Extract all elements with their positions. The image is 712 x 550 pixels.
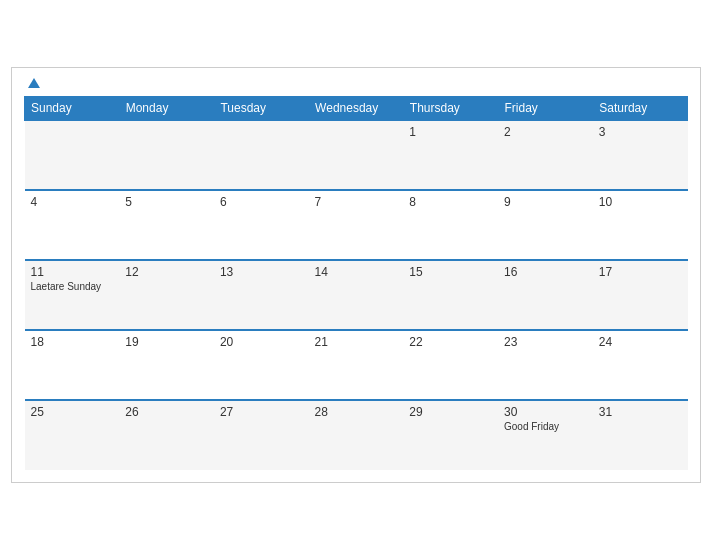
day-number: 11 bbox=[31, 265, 114, 279]
calendar-week-row: 45678910 bbox=[25, 190, 688, 260]
day-number: 9 bbox=[504, 195, 587, 209]
day-number: 29 bbox=[409, 405, 492, 419]
weekday-header: Monday bbox=[119, 97, 214, 121]
weekday-header: Saturday bbox=[593, 97, 688, 121]
calendar-week-row: 123 bbox=[25, 120, 688, 190]
day-number: 30 bbox=[504, 405, 587, 419]
day-number: 5 bbox=[125, 195, 208, 209]
calendar-cell: 13 bbox=[214, 260, 309, 330]
weekday-header: Wednesday bbox=[309, 97, 404, 121]
day-number: 21 bbox=[315, 335, 398, 349]
weekday-header: Tuesday bbox=[214, 97, 309, 121]
calendar-grid: SundayMondayTuesdayWednesdayThursdayFrid… bbox=[24, 96, 688, 470]
weekday-header: Friday bbox=[498, 97, 593, 121]
day-number: 17 bbox=[599, 265, 682, 279]
day-number: 7 bbox=[315, 195, 398, 209]
calendar-cell: 5 bbox=[119, 190, 214, 260]
calendar-cell: 16 bbox=[498, 260, 593, 330]
calendar-cell: 25 bbox=[25, 400, 120, 470]
calendar-cell: 22 bbox=[403, 330, 498, 400]
calendar-cell: 1 bbox=[403, 120, 498, 190]
holiday-label: Good Friday bbox=[504, 421, 587, 432]
calendar-cell bbox=[214, 120, 309, 190]
calendar-cell: 21 bbox=[309, 330, 404, 400]
day-number: 28 bbox=[315, 405, 398, 419]
calendar-body: 1234567891011Laetare Sunday1213141516171… bbox=[25, 120, 688, 470]
day-number: 19 bbox=[125, 335, 208, 349]
calendar-cell bbox=[119, 120, 214, 190]
calendar-container: SundayMondayTuesdayWednesdayThursdayFrid… bbox=[11, 67, 701, 483]
calendar-cell: 11Laetare Sunday bbox=[25, 260, 120, 330]
day-number: 3 bbox=[599, 125, 682, 139]
weekdays-row: SundayMondayTuesdayWednesdayThursdayFrid… bbox=[25, 97, 688, 121]
calendar-cell: 12 bbox=[119, 260, 214, 330]
calendar-cell bbox=[309, 120, 404, 190]
calendar-cell: 30Good Friday bbox=[498, 400, 593, 470]
logo-blue-text bbox=[24, 78, 40, 88]
logo bbox=[24, 78, 40, 88]
calendar-cell: 8 bbox=[403, 190, 498, 260]
day-number: 8 bbox=[409, 195, 492, 209]
calendar-header bbox=[24, 78, 688, 88]
day-number: 1 bbox=[409, 125, 492, 139]
calendar-cell: 3 bbox=[593, 120, 688, 190]
calendar-cell: 17 bbox=[593, 260, 688, 330]
calendar-cell: 31 bbox=[593, 400, 688, 470]
calendar-cell: 14 bbox=[309, 260, 404, 330]
logo-triangle-icon bbox=[28, 78, 40, 88]
day-number: 6 bbox=[220, 195, 303, 209]
calendar-cell: 4 bbox=[25, 190, 120, 260]
calendar-cell: 15 bbox=[403, 260, 498, 330]
day-number: 26 bbox=[125, 405, 208, 419]
day-number: 14 bbox=[315, 265, 398, 279]
holiday-label: Laetare Sunday bbox=[31, 281, 114, 292]
calendar-cell: 18 bbox=[25, 330, 120, 400]
day-number: 18 bbox=[31, 335, 114, 349]
day-number: 4 bbox=[31, 195, 114, 209]
day-number: 20 bbox=[220, 335, 303, 349]
day-number: 13 bbox=[220, 265, 303, 279]
calendar-week-row: 18192021222324 bbox=[25, 330, 688, 400]
day-number: 31 bbox=[599, 405, 682, 419]
calendar-cell: 2 bbox=[498, 120, 593, 190]
calendar-cell: 10 bbox=[593, 190, 688, 260]
day-number: 22 bbox=[409, 335, 492, 349]
calendar-cell: 6 bbox=[214, 190, 309, 260]
calendar-weekdays-header: SundayMondayTuesdayWednesdayThursdayFrid… bbox=[25, 97, 688, 121]
day-number: 12 bbox=[125, 265, 208, 279]
calendar-cell: 7 bbox=[309, 190, 404, 260]
calendar-cell: 24 bbox=[593, 330, 688, 400]
calendar-cell: 28 bbox=[309, 400, 404, 470]
day-number: 24 bbox=[599, 335, 682, 349]
calendar-week-row: 252627282930Good Friday31 bbox=[25, 400, 688, 470]
calendar-cell bbox=[25, 120, 120, 190]
weekday-header: Thursday bbox=[403, 97, 498, 121]
calendar-cell: 27 bbox=[214, 400, 309, 470]
day-number: 27 bbox=[220, 405, 303, 419]
calendar-cell: 23 bbox=[498, 330, 593, 400]
day-number: 23 bbox=[504, 335, 587, 349]
day-number: 25 bbox=[31, 405, 114, 419]
calendar-cell: 9 bbox=[498, 190, 593, 260]
calendar-cell: 26 bbox=[119, 400, 214, 470]
calendar-cell: 20 bbox=[214, 330, 309, 400]
day-number: 16 bbox=[504, 265, 587, 279]
day-number: 2 bbox=[504, 125, 587, 139]
day-number: 15 bbox=[409, 265, 492, 279]
calendar-cell: 29 bbox=[403, 400, 498, 470]
calendar-cell: 19 bbox=[119, 330, 214, 400]
weekday-header: Sunday bbox=[25, 97, 120, 121]
day-number: 10 bbox=[599, 195, 682, 209]
calendar-week-row: 11Laetare Sunday121314151617 bbox=[25, 260, 688, 330]
